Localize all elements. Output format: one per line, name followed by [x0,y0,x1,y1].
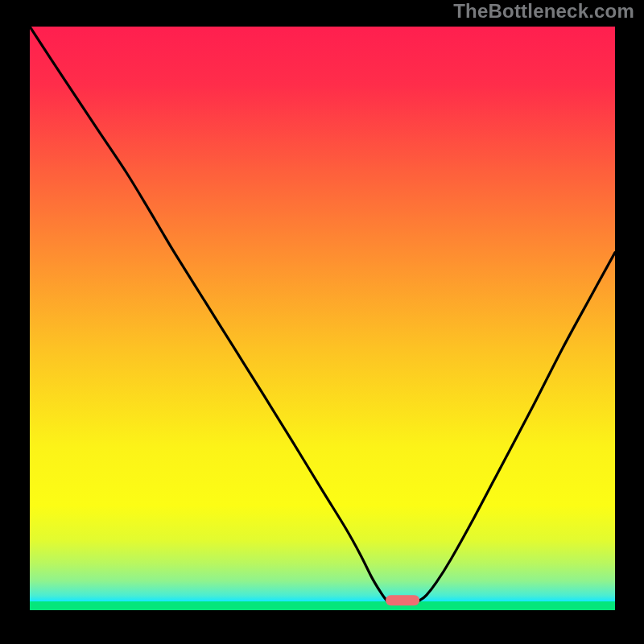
optimal-marker [386,595,419,605]
green-baseline-band [30,601,615,610]
gradient-background [30,27,615,610]
image-frame: TheBottleneck.com [0,0,644,644]
bottleneck-chart [30,27,615,610]
watermark-text: TheBottleneck.com [453,0,634,23]
